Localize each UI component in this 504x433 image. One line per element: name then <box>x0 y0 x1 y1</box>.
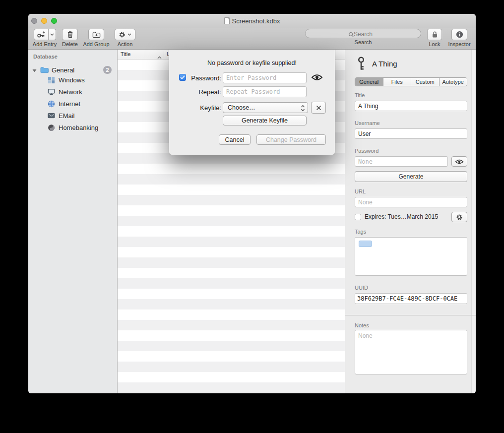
password-checkbox[interactable] <box>179 74 186 81</box>
tab-general[interactable]: General <box>355 78 383 86</box>
sidebar-group-general[interactable]: General 2 <box>28 64 118 75</box>
window-title: Screenshot.kdbx <box>232 17 280 25</box>
expires-checkbox[interactable] <box>355 214 361 220</box>
clear-keyfile-button[interactable] <box>311 102 326 114</box>
notes-label: Notes <box>355 322 369 328</box>
tags-label: Tags <box>355 229 366 235</box>
search-label: Search <box>355 39 372 45</box>
dialog-repeat-input[interactable] <box>223 86 307 97</box>
sidebar-item-label: Internet <box>59 100 80 108</box>
delete-label: Delete <box>62 41 78 47</box>
expires-settings-button[interactable] <box>451 212 467 222</box>
disclosure-triangle-icon[interactable] <box>32 65 37 74</box>
password-label: Password <box>355 148 378 154</box>
sidebar-item-internet[interactable]: Internet <box>28 98 118 109</box>
username-field[interactable] <box>355 128 467 139</box>
lock-item: Lock <box>425 29 444 47</box>
add-group-label: Add Group <box>83 41 109 47</box>
globe-icon <box>47 100 56 108</box>
gear-icon <box>456 214 463 221</box>
add-entry-label: Add Entry <box>33 41 57 47</box>
username-label: Username <box>355 120 380 126</box>
inspector-scrollbar-track[interactable] <box>471 50 476 393</box>
password-field[interactable] <box>355 156 448 167</box>
coin-icon <box>47 124 56 131</box>
add-group-item: Add Group <box>82 29 111 47</box>
checkmark-icon <box>180 75 185 79</box>
envelope-icon <box>47 113 56 119</box>
toolbar: Add Entry Delete <box>28 28 476 50</box>
uuid-field[interactable] <box>355 293 467 304</box>
tab-custom[interactable]: Custom <box>411 78 440 86</box>
search-item: Search <box>305 29 421 45</box>
url-field[interactable] <box>355 197 467 207</box>
popup-stepper-icon <box>301 104 305 114</box>
info-icon <box>456 31 463 38</box>
sidebar-header: Database <box>33 54 58 60</box>
add-entry-item: Add Entry <box>31 29 58 47</box>
close-icon <box>316 105 321 111</box>
tag-chip[interactable] <box>359 241 372 247</box>
sidebar-item-label: EMail <box>59 112 75 120</box>
dialog-password-input[interactable] <box>223 72 307 83</box>
search-icon <box>348 31 354 40</box>
add-entry-main-button[interactable] <box>34 29 49 40</box>
title-label: Title <box>355 92 365 98</box>
sidebar-group-label: General <box>52 66 74 74</box>
uuid-label: UUID <box>355 285 368 291</box>
change-password-button[interactable]: Change Password <box>256 134 326 145</box>
delete-item: Delete <box>60 29 80 47</box>
column-header-title[interactable]: Title <box>121 51 130 57</box>
add-entry-dropdown-button[interactable] <box>49 29 56 40</box>
keyfile-popup-value: Choose… <box>228 104 255 111</box>
column-divider[interactable] <box>164 51 164 59</box>
chevron-down-icon <box>127 33 131 36</box>
trash-icon <box>67 31 73 38</box>
search-input[interactable] <box>306 30 421 39</box>
keyfile-popup[interactable]: Choose… <box>223 102 308 113</box>
cancel-button[interactable]: Cancel <box>219 134 251 145</box>
eye-icon <box>311 73 323 81</box>
folder-plus-icon <box>92 31 101 38</box>
add-entry-button[interactable] <box>34 29 56 40</box>
inspector-item: Inspector <box>445 29 473 47</box>
lock-icon <box>432 31 438 38</box>
add-group-button[interactable] <box>88 29 104 40</box>
dialog-keyfile-label: Keyfile: <box>189 104 221 112</box>
sidebar: Database General 2 <box>28 50 118 393</box>
dialog-password-label: Password: <box>189 74 221 82</box>
sidebar-item-network[interactable]: Network <box>28 86 118 97</box>
dialog-message: No password or keyfile supplied! <box>169 60 335 66</box>
group-count-badge: 2 <box>103 66 112 74</box>
generate-keyfile-button[interactable]: Generate Keyfile <box>223 116 307 125</box>
document-icon <box>224 17 230 24</box>
folder-icon <box>40 66 49 73</box>
notes-field[interactable] <box>355 330 467 374</box>
monitor-icon <box>47 88 56 95</box>
tab-autotype[interactable]: Autotype <box>440 78 467 86</box>
tab-files[interactable]: Files <box>383 78 412 86</box>
inspector-button[interactable] <box>451 29 467 40</box>
change-password-dialog: No password or keyfile supplied! Passwor… <box>169 50 335 155</box>
key-plus-icon <box>37 31 46 38</box>
dialog-show-password-button[interactable] <box>311 73 323 83</box>
title-field[interactable] <box>355 101 467 111</box>
generate-password-button[interactable]: Generate <box>355 171 467 182</box>
show-password-button[interactable] <box>451 156 467 167</box>
sidebar-item-email[interactable]: EMail <box>28 110 118 121</box>
action-button[interactable] <box>115 29 135 40</box>
delete-button[interactable] <box>62 29 78 40</box>
titlebar: Screenshot.kdbx <box>28 14 476 28</box>
tags-box[interactable] <box>355 237 467 276</box>
lock-button[interactable] <box>427 29 442 40</box>
app-window: Screenshot.kdbx <box>28 14 476 393</box>
sidebar-item-windows[interactable]: Windows <box>28 74 118 85</box>
chevron-down-icon <box>50 33 54 36</box>
sidebar-item-label: Windows <box>59 76 85 84</box>
entry-title: A Thing <box>372 60 397 68</box>
sidebar-item-homebanking[interactable]: Homebanking <box>28 122 118 133</box>
search-field <box>305 29 421 38</box>
dialog-repeat-label: Repeat: <box>189 88 221 96</box>
window-title-area: Screenshot.kdbx <box>28 14 476 28</box>
eye-icon <box>455 159 464 165</box>
